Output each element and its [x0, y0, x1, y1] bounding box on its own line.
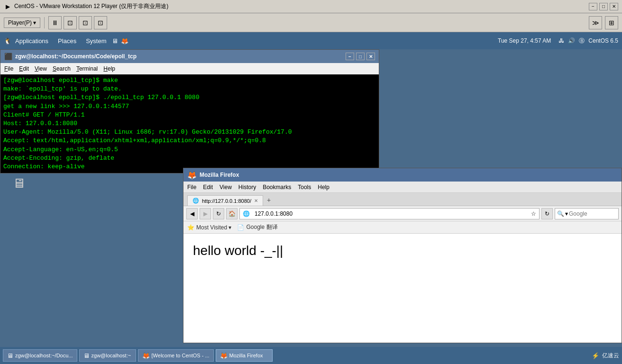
url-input[interactable] [252, 209, 529, 219]
centos-topbar: 🐧 Applications Places System 🖥 🦊 Tue Sep… [0, 32, 622, 49]
ff-history-menu[interactable]: History [238, 184, 256, 191]
taskbar-label-0: zgw@localhost:~/Docu... [15, 353, 73, 358]
term-terminal-menu[interactable]: Terminal [76, 65, 98, 72]
vm-button[interactable]: ⊞ [605, 16, 618, 29]
sound-icon[interactable]: 🔊 [568, 37, 575, 44]
ff-file-menu[interactable]: File [187, 184, 196, 191]
firefox-window: 🦊 Mozilla Firefox File Edit View History… [183, 168, 622, 343]
ff-tab-close[interactable]: ✕ [254, 198, 258, 203]
search-engine-dropdown[interactable]: ▾ [565, 210, 568, 217]
distro-label: CentOS 6.5 [588, 37, 618, 44]
google-translate-bookmark[interactable]: 📄 Google 翻译 [237, 223, 277, 231]
term-help-menu[interactable]: Help [103, 65, 115, 72]
url-area: 🌐 ☆ ↻ [239, 208, 553, 219]
taskbar-right-label: 亿速云 [602, 352, 619, 360]
desktop-icon-image: 🖥 [12, 175, 26, 191]
terminal-icon: ⬛ [4, 53, 12, 60]
urlbar-security-icon: 🌐 [243, 210, 250, 217]
terminal-window: ⬛ zgw@localhost:~/Documents/Code/epoll_t… [0, 49, 379, 173]
ff-back-button[interactable]: ◀ [186, 208, 198, 219]
ff-bookmarks-menu[interactable]: Bookmarks [263, 184, 291, 191]
screen-icon[interactable]: 🖥 [112, 37, 118, 45]
terminal-title: zgw@localhost:~/Documents/Code/epoll_tcp [15, 53, 137, 60]
terminal-restore[interactable]: □ [356, 53, 365, 60]
network-icon[interactable]: 🖧 [558, 37, 564, 44]
taskbar-item-1[interactable]: 🖥 zgw@localhost:~ [79, 349, 136, 362]
ff-reload-button[interactable]: ↻ [213, 208, 224, 219]
ff-help-menu[interactable]: Help [318, 184, 329, 191]
most-visited-bookmark[interactable]: ⭐ Most Visited ▾ [187, 224, 231, 231]
ff-edit-menu[interactable]: Edit [203, 184, 213, 191]
firefox-bookmarks: ⭐ Most Visited ▾ 📄 Google 翻译 [183, 221, 622, 234]
search-input[interactable] [569, 210, 616, 217]
vmware-title: CentOS - VMware Workstation 12 Player (仅… [14, 2, 589, 10]
term-file-menu[interactable]: File [4, 65, 13, 72]
terminal-titlebar: ⬛ zgw@localhost:~/Documents/Code/epoll_t… [0, 50, 379, 63]
minimize-button[interactable]: − [589, 3, 597, 10]
taskbar-item-0[interactable]: 🖥 zgw@localhost:~/Docu... [3, 349, 77, 362]
taskbar-item-3[interactable]: 🦊 Mozilla Firefox [216, 349, 273, 362]
term-view-menu[interactable]: View [35, 65, 47, 72]
terminal-line-4: get a new link >>> 127.0.0.1:44577 [3, 102, 376, 111]
bluetooth-icon[interactable]: Ⓑ [579, 37, 585, 45]
terminal-controls: − □ ✕ [346, 53, 375, 60]
taskbar-item-2[interactable]: 🦊 [Welcome to CentOS - ... [138, 349, 214, 362]
taskbar-icon-2: 🦊 [142, 352, 150, 359]
ff-go-button[interactable]: ↻ [541, 208, 553, 219]
ff-home-button[interactable]: 🏠 [226, 208, 238, 219]
taskbar-icon-0: 🖥 [7, 352, 13, 359]
terminal-line-1: [zgw@localhost epoll_tcp]$ make [3, 76, 376, 85]
vmware-tool3[interactable]: ⊡ [94, 16, 107, 29]
player-menu[interactable]: Player(P) ▾ [4, 18, 40, 28]
terminal-close[interactable]: ✕ [366, 53, 375, 60]
firefox-menubar: File Edit View History Bookmarks Tools H… [183, 182, 622, 193]
speedup-icon[interactable]: ⚡ [592, 352, 599, 359]
firefox-navbar: ◀ ▶ ↻ 🏠 🌐 ☆ ↻ 🔍 ▾ [183, 206, 622, 221]
restore-button[interactable]: □ [599, 3, 608, 10]
firefox-titlebar: 🦊 Mozilla Firefox [183, 168, 622, 182]
ff-search-bar: 🔍 ▾ [555, 208, 619, 219]
terminal-line-7: User-Agent: Mozilla/5.0 (X11; Linux i686… [3, 128, 376, 136]
terminal-minimize[interactable]: − [346, 53, 354, 60]
vmware-toolbar: Player(P) ▾ ⏸ ⊡ ⊡ ⊡ ≫ ⊞ [0, 13, 622, 32]
taskbar-label-3: Mozilla Firefox [229, 353, 263, 358]
google-translate-icon: 📄 [237, 224, 244, 231]
datetime: Tue Sep 27, 4:57 AM [498, 37, 551, 44]
taskbar-label-2: [Welcome to CentOS - ... [152, 353, 210, 358]
firefox-icon: 🦊 [187, 171, 197, 180]
close-button[interactable]: ✕ [610, 3, 618, 10]
places-menu[interactable]: Places [56, 36, 78, 46]
urlbar-container[interactable]: 🌐 ☆ [239, 208, 540, 219]
desktop-icon[interactable]: 🖥 [5, 175, 33, 191]
most-visited-icon: ⭐ [187, 224, 194, 231]
terminal-line-9: Accept-Language: en-US,en;q=0.5 [3, 146, 376, 154]
taskbar-icon-1: 🖥 [83, 352, 90, 359]
terminal-menubar: File Edit View Search Terminal Help [0, 63, 379, 74]
ff-forward-button: ▶ [200, 208, 211, 219]
ff-view-menu[interactable]: View [220, 184, 232, 191]
vmware-tool1[interactable]: ⊡ [64, 16, 77, 29]
centos-menu: Applications Places System [13, 36, 108, 46]
system-menu[interactable]: System [84, 36, 108, 46]
firefox-content: hello world -_-|| [183, 234, 622, 343]
vmware-tool2[interactable]: ⊡ [79, 16, 92, 29]
taskbar-icon-3: 🦊 [220, 352, 228, 359]
centos-topbar-right: Tue Sep 27, 4:57 AM 🖧 🔊 Ⓑ CentOS 6.5 [498, 37, 618, 45]
pause-button[interactable]: ⏸ [48, 16, 62, 29]
taskbar-right: ⚡ 亿速云 [592, 352, 619, 360]
ff-new-tab-button[interactable]: + [263, 194, 274, 206]
ff-tools-menu[interactable]: Tools [298, 184, 311, 191]
applications-menu[interactable]: Applications [13, 36, 50, 46]
terminal-content: [zgw@localhost epoll_tcp]$ make make: `e… [0, 74, 379, 173]
firefox-topbar-icon[interactable]: 🦊 [121, 37, 128, 45]
terminal-line-8: Accept: text/html,application/xhtml+xml,… [3, 136, 376, 145]
term-edit-menu[interactable]: Edit [19, 65, 29, 72]
firefox-tab[interactable]: 🌐 http://127.0.0.1:8080/ ✕ [187, 195, 263, 206]
player-label: Player(P) [8, 19, 32, 26]
toolbar-separator [44, 17, 45, 28]
search-container[interactable]: 🔍 ▾ [555, 208, 619, 219]
term-search-menu[interactable]: Search [53, 65, 71, 72]
window-controls: − □ ✕ [589, 3, 618, 10]
expand-button[interactable]: ≫ [589, 16, 602, 29]
urlbar-star-icon[interactable]: ☆ [531, 210, 536, 217]
